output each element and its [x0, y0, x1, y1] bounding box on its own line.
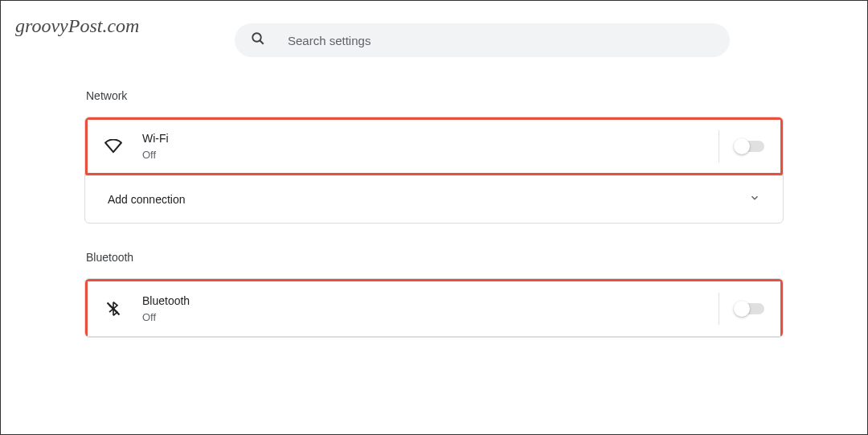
divider — [719, 130, 719, 162]
bluetooth-label: Bluetooth — [142, 293, 719, 309]
wifi-text: Wi-Fi Off — [142, 130, 719, 162]
bluetooth-text: Bluetooth Off — [142, 293, 719, 325]
wifi-row[interactable]: Wi-Fi Off — [85, 117, 783, 175]
search-icon — [251, 31, 265, 49]
wifi-toggle[interactable] — [735, 141, 764, 152]
bluetooth-status: Off — [142, 310, 719, 325]
svg-line-1 — [260, 40, 264, 44]
wifi-status: Off — [142, 148, 719, 162]
watermark-text: groovyPost.com — [15, 15, 139, 37]
network-section: Network Wi-Fi Off Add connection — [84, 89, 784, 224]
svg-point-0 — [252, 33, 261, 42]
bluetooth-card: Bluetooth Off — [84, 278, 784, 338]
wifi-label: Wi-Fi — [142, 130, 719, 146]
search-bar[interactable] — [235, 23, 730, 57]
settings-content: Network Wi-Fi Off Add connection — [1, 1, 867, 338]
bluetooth-section-title: Bluetooth — [84, 251, 784, 264]
bluetooth-toggle[interactable] — [735, 303, 764, 314]
chevron-down-icon — [749, 192, 760, 207]
bluetooth-row[interactable]: Bluetooth Off — [85, 279, 783, 337]
bluetooth-section: Bluetooth Bluetooth Off — [84, 251, 784, 338]
bluetooth-off-icon — [104, 300, 123, 318]
network-card: Wi-Fi Off Add connection — [84, 117, 784, 224]
network-section-title: Network — [84, 89, 784, 102]
wifi-icon — [104, 139, 123, 154]
add-connection-label: Add connection — [108, 191, 186, 207]
search-input[interactable] — [288, 34, 714, 47]
divider — [719, 293, 719, 325]
add-connection-row[interactable]: Add connection — [85, 176, 783, 223]
